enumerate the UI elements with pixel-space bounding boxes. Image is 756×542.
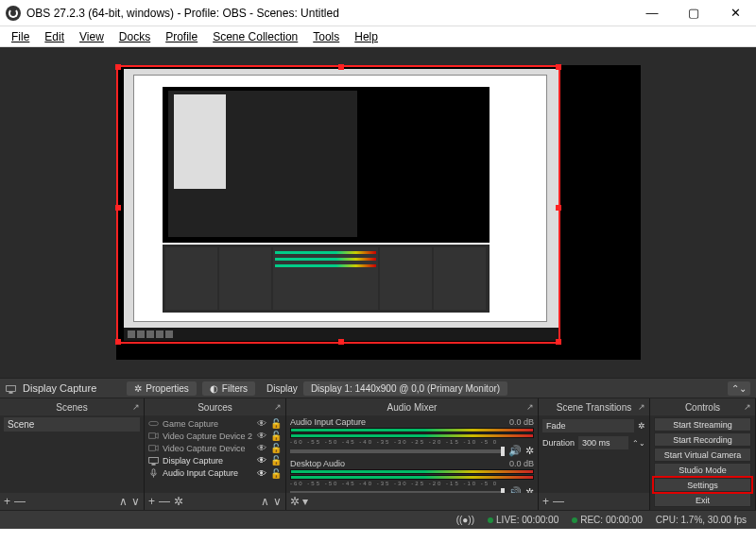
menu-view[interactable]: View — [74, 28, 110, 45]
start-streaming-button[interactable]: Start Streaming — [654, 417, 751, 432]
volume-slider[interactable] — [290, 449, 505, 453]
properties-button[interactable]: ✲ Properties — [127, 381, 197, 396]
start-recording-button[interactable]: Start Recording — [654, 432, 751, 447]
source-label: Video Capture Device 2 — [163, 432, 252, 441]
eye-icon[interactable]: 👁 — [257, 443, 266, 453]
popout-icon[interactable]: ↗ — [744, 402, 751, 412]
menu-profile[interactable]: Profile — [160, 28, 203, 45]
source-item[interactable]: Game Capture👁🔓 — [148, 417, 282, 430]
transition-select[interactable]: Fade — [542, 419, 634, 432]
eye-icon[interactable]: 👁 — [257, 468, 266, 479]
scenes-title: Scenes — [56, 402, 87, 413]
maximize-button[interactable]: ▢ — [673, 0, 714, 26]
titlebar: OBS 27.2.3 (64-bit, windows) - Profile: … — [0, 0, 756, 26]
source-item[interactable]: Video Capture Device👁🔓 — [148, 442, 282, 454]
source-label: Display Capture — [163, 456, 223, 466]
scene-up[interactable]: ∧ — [119, 495, 128, 508]
source-toolbar: Display Capture ✲ Properties ◐ Filters D… — [0, 378, 756, 398]
audio-meter — [290, 469, 534, 474]
mixer-title: Audio Mixer — [387, 402, 438, 413]
settings-button[interactable]: Settings — [654, 478, 751, 492]
docks: Scenes↗ Scene + — ∧ ∨ Sources↗ Game Capt… — [0, 398, 756, 510]
network-icon: ((●)) — [456, 515, 474, 525]
source-item[interactable]: Video Capture Device 2👁🔓 — [148, 430, 282, 442]
lock-icon[interactable]: 🔓 — [270, 418, 282, 429]
scene-down[interactable]: ∨ — [131, 495, 140, 508]
svg-rect-1 — [9, 392, 12, 393]
window-title: OBS 27.2.3 (64-bit, windows) - Profile: … — [26, 7, 631, 20]
menu-edit[interactable]: Edit — [39, 28, 70, 45]
menu-file[interactable]: File — [6, 28, 35, 45]
transition-gear-icon[interactable]: ✲ — [638, 421, 645, 431]
remove-scene[interactable]: — — [14, 495, 26, 508]
popout-icon[interactable]: ↗ — [274, 402, 282, 412]
source-down[interactable]: ∨ — [273, 495, 282, 508]
monitor-icon — [6, 382, 17, 394]
lock-icon[interactable]: 🔓 — [270, 431, 282, 441]
source-up[interactable]: ∧ — [261, 495, 269, 508]
transitions-title: Scene Transitions — [557, 402, 632, 413]
lock-icon[interactable]: 🔓 — [270, 468, 282, 479]
mixer-ticks: -60 -55 -50 -45 -40 -35 -30 -25 -20 -15 … — [290, 481, 534, 486]
speaker-icon[interactable]: 🔊 — [508, 486, 522, 493]
controls-title: Controls — [685, 402, 720, 413]
remove-source[interactable]: — — [159, 495, 170, 508]
selection-outline[interactable] — [116, 65, 560, 344]
mixer-ticks: -60 -55 -50 -45 -40 -35 -30 -25 -20 -15 … — [290, 439, 534, 445]
svg-rect-5 — [149, 457, 159, 463]
obs-icon — [6, 6, 21, 21]
preview-area[interactable] — [0, 47, 756, 378]
exit-button[interactable]: Exit — [654, 493, 751, 507]
filter-icon: ◐ — [210, 383, 218, 394]
preview-canvas[interactable] — [116, 65, 641, 360]
controls-panel: Controls↗ Start StreamingStart Recording… — [650, 398, 756, 510]
start-virtual-camera-button[interactable]: Start Virtual Camera — [654, 448, 751, 462]
popout-icon[interactable]: ↗ — [132, 402, 140, 412]
source-updown[interactable]: ⌃⌄ — [728, 381, 750, 396]
eye-icon[interactable]: 👁 — [257, 455, 266, 466]
remove-transition[interactable]: — — [553, 495, 564, 508]
speaker-icon[interactable]: 🔊 — [508, 445, 522, 457]
source-item[interactable]: Display Capture👁🔓 — [148, 454, 282, 466]
filters-button[interactable]: ◐ Filters — [202, 381, 255, 396]
add-scene[interactable]: + — [4, 495, 10, 508]
menu-tools[interactable]: Tools — [307, 28, 345, 45]
duration-input[interactable]: 300 ms — [578, 436, 628, 449]
close-button[interactable]: ✕ — [714, 0, 756, 26]
audio-mixer-panel: Audio Mixer↗ Audio Input Capture0.0 dB-6… — [286, 398, 539, 510]
mixer-track-name: Desktop Audio — [290, 459, 345, 468]
source-label: Video Capture Device — [163, 444, 245, 453]
live-status: LIVE: 00:00:00 — [496, 515, 558, 525]
add-transition[interactable]: + — [542, 495, 549, 508]
monitor-icon — [148, 455, 159, 466]
cpu-status: CPU: 1.7%, 30.00 fps — [656, 515, 747, 525]
lock-icon[interactable]: 🔓 — [270, 455, 282, 466]
gear-icon[interactable]: ✲ — [525, 486, 534, 493]
sources-footer: + — ✲ ∧ ∨ — [145, 493, 285, 510]
menu-docks[interactable]: Docks — [113, 28, 156, 45]
minimize-button[interactable]: — — [631, 0, 673, 26]
mixer-menu-icon[interactable]: ✲ ▾ — [290, 495, 308, 508]
gear-icon[interactable]: ✲ — [525, 445, 534, 457]
menu-scene-collection[interactable]: Scene Collection — [207, 28, 303, 45]
eye-icon[interactable]: 👁 — [257, 431, 266, 441]
source-item[interactable]: Audio Input Capture👁🔓 — [148, 467, 282, 480]
audio-meter — [290, 428, 534, 432]
lock-icon[interactable]: 🔓 — [270, 443, 282, 453]
scene-item[interactable]: Scene — [4, 417, 140, 432]
source-props[interactable]: ✲ — [174, 495, 183, 508]
display-select[interactable]: Display 1: 1440x900 @ 0,0 (Primary Monit… — [303, 381, 507, 396]
eye-icon[interactable]: 👁 — [257, 418, 266, 429]
popout-icon[interactable]: ↗ — [638, 402, 645, 412]
volume-slider[interactable] — [290, 491, 505, 494]
scenes-footer: + — ∧ ∨ — [0, 493, 144, 510]
duration-stepper[interactable]: ⌃⌄ — [632, 439, 645, 448]
source-label: Audio Input Capture — [163, 468, 238, 478]
add-source[interactable]: + — [148, 495, 155, 508]
popout-icon[interactable]: ↗ — [526, 402, 534, 412]
mixer-footer: ✲ ▾ — [286, 493, 538, 510]
audio-meter — [290, 433, 534, 438]
sources-title: Sources — [198, 402, 232, 413]
studio-mode-button[interactable]: Studio Mode — [654, 463, 751, 477]
menu-help[interactable]: Help — [349, 28, 384, 45]
